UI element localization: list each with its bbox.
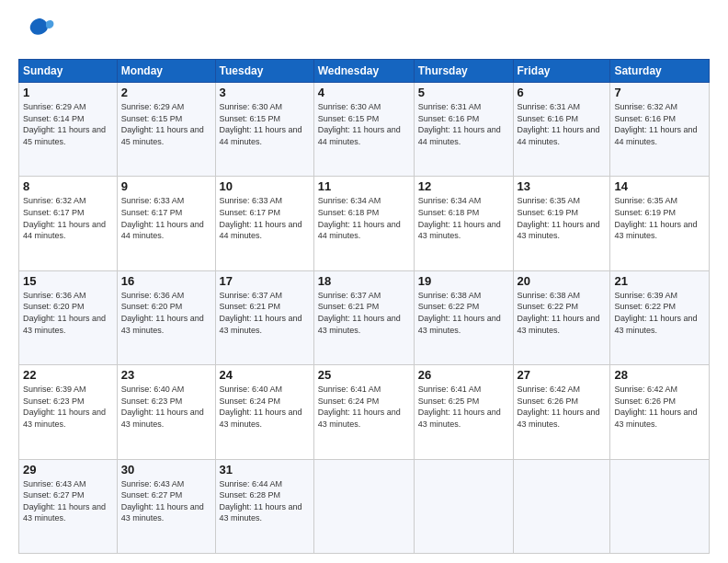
day-cell-11: 11 Sunrise: 6:34 AM Sunset: 6:18 PM Dayl… <box>313 177 414 270</box>
day-cell-9: 9 Sunrise: 6:33 AM Sunset: 6:17 PM Dayli… <box>117 177 215 270</box>
col-thursday: Thursday <box>414 60 513 83</box>
day-cell-15: 15 Sunrise: 6:36 AM Sunset: 6:20 PM Dayl… <box>19 270 118 364</box>
day-info: Sunrise: 6:31 AM Sunset: 6:16 PM Dayligh… <box>518 101 607 147</box>
day-number: 26 <box>418 368 509 382</box>
day-info: Sunrise: 6:43 AM Sunset: 6:27 PM Dayligh… <box>121 478 211 524</box>
day-number: 5 <box>418 86 509 99</box>
day-number: 15 <box>23 274 113 288</box>
col-monday: Monday <box>117 60 215 83</box>
day-cell-13: 13 Sunrise: 6:35 AM Sunset: 6:19 PM Dayl… <box>513 177 610 270</box>
day-info: Sunrise: 6:33 AM Sunset: 6:17 PM Dayligh… <box>121 195 211 241</box>
calendar-header-row: Sunday Monday Tuesday Wednesday Thursday… <box>19 60 710 83</box>
day-cell-null <box>513 459 610 553</box>
day-info: Sunrise: 6:34 AM Sunset: 6:18 PM Dayligh… <box>318 195 410 241</box>
day-cell-16: 16 Sunrise: 6:36 AM Sunset: 6:20 PM Dayl… <box>117 270 215 364</box>
day-number: 10 <box>220 179 310 193</box>
day-number: 22 <box>23 368 113 382</box>
col-tuesday: Tuesday <box>215 60 313 83</box>
day-info: Sunrise: 6:41 AM Sunset: 6:25 PM Dayligh… <box>418 384 509 430</box>
day-cell-7: 7 Sunrise: 6:32 AM Sunset: 6:16 PM Dayli… <box>610 83 710 177</box>
day-info: Sunrise: 6:29 AM Sunset: 6:15 PM Dayligh… <box>121 101 211 147</box>
day-number: 2 <box>121 86 211 99</box>
day-number: 12 <box>418 179 509 193</box>
day-info: Sunrise: 6:40 AM Sunset: 6:24 PM Dayligh… <box>220 384 310 430</box>
day-number: 24 <box>220 368 310 382</box>
day-cell-26: 26 Sunrise: 6:41 AM Sunset: 6:25 PM Dayl… <box>414 365 513 459</box>
calendar-table: Sunday Monday Tuesday Wednesday Thursday… <box>18 59 710 554</box>
day-cell-28: 28 Sunrise: 6:42 AM Sunset: 6:26 PM Dayl… <box>610 365 710 459</box>
calendar-week-row: 29 Sunrise: 6:43 AM Sunset: 6:27 PM Dayl… <box>19 459 710 553</box>
day-info: Sunrise: 6:33 AM Sunset: 6:17 PM Dayligh… <box>220 195 310 241</box>
day-info: Sunrise: 6:29 AM Sunset: 6:14 PM Dayligh… <box>23 101 113 147</box>
day-number: 29 <box>23 463 113 477</box>
day-info: Sunrise: 6:41 AM Sunset: 6:24 PM Dayligh… <box>318 384 410 430</box>
day-info: Sunrise: 6:30 AM Sunset: 6:15 PM Dayligh… <box>318 101 410 147</box>
day-info: Sunrise: 6:38 AM Sunset: 6:22 PM Dayligh… <box>518 290 607 336</box>
day-number: 9 <box>121 179 211 193</box>
day-cell-19: 19 Sunrise: 6:38 AM Sunset: 6:22 PM Dayl… <box>414 270 513 364</box>
day-number: 7 <box>614 86 705 99</box>
calendar-week-row: 1 Sunrise: 6:29 AM Sunset: 6:14 PM Dayli… <box>19 83 710 177</box>
day-cell-21: 21 Sunrise: 6:39 AM Sunset: 6:22 PM Dayl… <box>610 270 710 364</box>
day-number: 18 <box>318 274 410 288</box>
day-info: Sunrise: 6:36 AM Sunset: 6:20 PM Dayligh… <box>23 290 113 336</box>
day-number: 19 <box>418 274 509 288</box>
day-number: 16 <box>121 274 211 288</box>
day-info: Sunrise: 6:37 AM Sunset: 6:21 PM Dayligh… <box>318 290 410 336</box>
day-number: 28 <box>614 368 705 382</box>
day-info: Sunrise: 6:32 AM Sunset: 6:16 PM Dayligh… <box>614 101 705 147</box>
day-cell-14: 14 Sunrise: 6:35 AM Sunset: 6:19 PM Dayl… <box>610 177 710 270</box>
day-cell-6: 6 Sunrise: 6:31 AM Sunset: 6:16 PM Dayli… <box>513 83 610 177</box>
col-wednesday: Wednesday <box>313 60 414 83</box>
day-cell-2: 2 Sunrise: 6:29 AM Sunset: 6:15 PM Dayli… <box>117 83 215 177</box>
calendar-week-row: 8 Sunrise: 6:32 AM Sunset: 6:17 PM Dayli… <box>19 177 710 270</box>
day-cell-29: 29 Sunrise: 6:43 AM Sunset: 6:27 PM Dayl… <box>19 459 118 553</box>
day-info: Sunrise: 6:39 AM Sunset: 6:22 PM Dayligh… <box>614 290 705 336</box>
day-info: Sunrise: 6:44 AM Sunset: 6:28 PM Dayligh… <box>220 478 310 524</box>
day-number: 17 <box>220 274 310 288</box>
day-number: 4 <box>318 86 410 99</box>
day-cell-12: 12 Sunrise: 6:34 AM Sunset: 6:18 PM Dayl… <box>414 177 513 270</box>
day-cell-null <box>414 459 513 553</box>
day-info: Sunrise: 6:42 AM Sunset: 6:26 PM Dayligh… <box>518 384 607 430</box>
day-number: 6 <box>518 86 607 99</box>
calendar-week-row: 15 Sunrise: 6:36 AM Sunset: 6:20 PM Dayl… <box>19 270 710 364</box>
header <box>18 17 710 50</box>
day-cell-20: 20 Sunrise: 6:38 AM Sunset: 6:22 PM Dayl… <box>513 270 610 364</box>
day-cell-17: 17 Sunrise: 6:37 AM Sunset: 6:21 PM Dayl… <box>215 270 313 364</box>
day-cell-null <box>610 459 710 553</box>
day-info: Sunrise: 6:42 AM Sunset: 6:26 PM Dayligh… <box>614 384 705 430</box>
day-number: 1 <box>23 86 113 99</box>
col-friday: Friday <box>513 60 610 83</box>
day-cell-22: 22 Sunrise: 6:39 AM Sunset: 6:23 PM Dayl… <box>19 365 118 459</box>
day-number: 3 <box>220 86 310 99</box>
day-number: 13 <box>518 179 607 193</box>
day-number: 20 <box>518 274 607 288</box>
day-cell-25: 25 Sunrise: 6:41 AM Sunset: 6:24 PM Dayl… <box>313 365 414 459</box>
day-info: Sunrise: 6:37 AM Sunset: 6:21 PM Dayligh… <box>220 290 310 336</box>
day-info: Sunrise: 6:39 AM Sunset: 6:23 PM Dayligh… <box>23 384 113 430</box>
day-info: Sunrise: 6:35 AM Sunset: 6:19 PM Dayligh… <box>518 195 607 241</box>
day-info: Sunrise: 6:31 AM Sunset: 6:16 PM Dayligh… <box>418 101 509 147</box>
day-number: 27 <box>518 368 607 382</box>
day-number: 8 <box>23 179 113 193</box>
col-saturday: Saturday <box>610 60 710 83</box>
calendar-week-row: 22 Sunrise: 6:39 AM Sunset: 6:23 PM Dayl… <box>19 365 710 459</box>
day-cell-30: 30 Sunrise: 6:43 AM Sunset: 6:27 PM Dayl… <box>117 459 215 553</box>
col-sunday: Sunday <box>19 60 118 83</box>
day-number: 25 <box>318 368 410 382</box>
day-cell-27: 27 Sunrise: 6:42 AM Sunset: 6:26 PM Dayl… <box>513 365 610 459</box>
day-number: 21 <box>614 274 705 288</box>
day-info: Sunrise: 6:32 AM Sunset: 6:17 PM Dayligh… <box>23 195 113 241</box>
day-cell-31: 31 Sunrise: 6:44 AM Sunset: 6:28 PM Dayl… <box>215 459 313 553</box>
day-cell-24: 24 Sunrise: 6:40 AM Sunset: 6:24 PM Dayl… <box>215 365 313 459</box>
page: Sunday Monday Tuesday Wednesday Thursday… <box>0 0 728 563</box>
day-info: Sunrise: 6:38 AM Sunset: 6:22 PM Dayligh… <box>418 290 509 336</box>
day-info: Sunrise: 6:34 AM Sunset: 6:18 PM Dayligh… <box>418 195 509 241</box>
day-cell-8: 8 Sunrise: 6:32 AM Sunset: 6:17 PM Dayli… <box>19 177 118 270</box>
day-cell-4: 4 Sunrise: 6:30 AM Sunset: 6:15 PM Dayli… <box>313 83 414 177</box>
day-cell-1: 1 Sunrise: 6:29 AM Sunset: 6:14 PM Dayli… <box>19 83 118 177</box>
day-cell-10: 10 Sunrise: 6:33 AM Sunset: 6:17 PM Dayl… <box>215 177 313 270</box>
day-cell-23: 23 Sunrise: 6:40 AM Sunset: 6:23 PM Dayl… <box>117 365 215 459</box>
day-info: Sunrise: 6:35 AM Sunset: 6:19 PM Dayligh… <box>614 195 705 241</box>
